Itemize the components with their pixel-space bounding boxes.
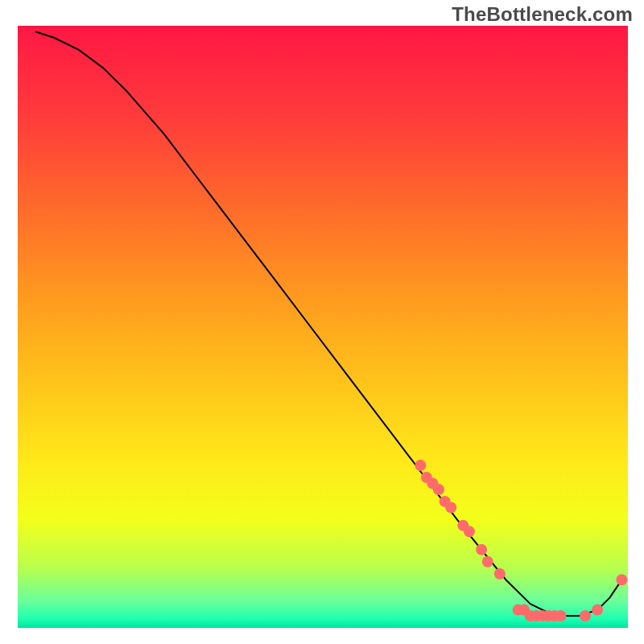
watermark-text: TheBottleneck.com [452,3,633,26]
chart-container: TheBottleneck.com [0,0,644,644]
point-highlight-points [580,610,591,621]
point-highlight-points [555,610,567,621]
point-highlight-points [494,568,506,580]
point-highlight-points [445,502,456,513]
point-highlight-points [482,556,493,568]
point-highlight-points [464,526,475,537]
point-highlight-points [616,574,627,585]
point-highlight-points [433,484,444,495]
point-highlight-points [476,544,487,555]
chart-background [18,26,628,628]
bottleneck-chart [0,0,644,644]
point-highlight-points [415,460,426,471]
point-highlight-points [592,605,603,616]
